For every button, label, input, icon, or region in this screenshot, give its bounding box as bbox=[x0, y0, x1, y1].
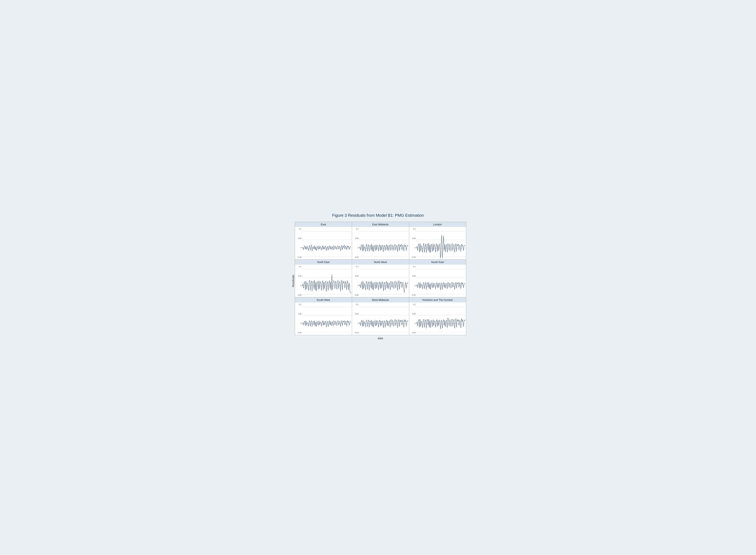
panel-6: South West0.10.050-0.05 bbox=[295, 297, 352, 335]
panel-title-0: East bbox=[295, 222, 352, 227]
panel-title-3: North East bbox=[295, 260, 352, 265]
panel-body-0: 0.10.050-0.05 bbox=[295, 227, 352, 259]
panel-7: West Midlands0.10.050-0.05 bbox=[352, 297, 409, 335]
panel-body-2: 0.10.050-0.05 bbox=[409, 227, 466, 259]
y-ticks-5: 0.10.050-0.05 bbox=[409, 266, 416, 296]
charts-and-xaxis: East0.10.050-0.05East Midlands0.10.050-0… bbox=[295, 222, 466, 340]
panel-title-4: North West bbox=[352, 260, 409, 265]
panel-body-4: 0.10.050-0.05 bbox=[352, 265, 409, 297]
figure-container: Figure 3 Residuals from Model B1: PMG Es… bbox=[282, 207, 474, 348]
y-ticks-8: 0.10.050-0.05 bbox=[409, 304, 416, 334]
y-ticks-2: 0.10.050-0.05 bbox=[409, 228, 416, 258]
y-ticks-6: 0.10.050-0.05 bbox=[295, 304, 302, 334]
chart-canvas-4 bbox=[359, 266, 408, 296]
chart-canvas-5 bbox=[416, 266, 465, 296]
panel-3: North East0.10.050-0.05 bbox=[295, 260, 352, 297]
panel-body-7: 0.10.050-0.05 bbox=[352, 302, 409, 335]
panel-body-1: 0.10.050-0.05 bbox=[352, 227, 409, 259]
x-axis-label: date bbox=[295, 337, 466, 340]
panel-4: North West0.10.050-0.05 bbox=[352, 260, 409, 297]
chart-canvas-3 bbox=[302, 266, 351, 296]
y-ticks-3: 0.10.050-0.05 bbox=[295, 266, 302, 296]
panel-1: East Midlands0.10.050-0.05 bbox=[352, 222, 409, 260]
panel-body-5: 0.10.050-0.05 bbox=[409, 265, 466, 297]
y-ticks-1: 0.10.050-0.05 bbox=[352, 228, 359, 258]
panel-title-8: Yorkshire and The Humber bbox=[409, 297, 466, 302]
panel-2: London0.10.050-0.05 bbox=[409, 222, 466, 260]
panel-5: South East0.10.050-0.05 bbox=[409, 260, 466, 297]
panel-body-8: 0.10.050-0.05 bbox=[409, 302, 466, 335]
panel-body-3: 0.10.050-0.05 bbox=[295, 265, 352, 297]
panel-title-2: London bbox=[409, 222, 466, 227]
y-ticks-0: 0.10.050-0.05 bbox=[295, 228, 302, 258]
panel-grid: East0.10.050-0.05East Midlands0.10.050-0… bbox=[295, 222, 466, 335]
chart-area: Residuals East0.10.050-0.05East Midlands… bbox=[290, 222, 466, 340]
y-axis-label: Residuals bbox=[290, 222, 295, 340]
panel-title-1: East Midlands bbox=[352, 222, 409, 227]
panel-body-6: 0.10.050-0.05 bbox=[295, 302, 352, 335]
panel-title-7: West Midlands bbox=[352, 297, 409, 302]
panel-8: Yorkshire and The Humber0.10.050-0.05 bbox=[409, 297, 466, 335]
chart-canvas-1 bbox=[359, 228, 408, 258]
chart-canvas-8 bbox=[416, 304, 465, 334]
chart-canvas-0 bbox=[302, 228, 351, 258]
panel-title-6: South West bbox=[295, 297, 352, 302]
figure-title: Figure 3 Residuals from Model B1: PMG Es… bbox=[290, 213, 466, 218]
y-ticks-4: 0.10.050-0.05 bbox=[352, 266, 359, 296]
chart-canvas-6 bbox=[302, 304, 351, 334]
y-ticks-7: 0.10.050-0.05 bbox=[352, 304, 359, 334]
chart-canvas-2 bbox=[416, 228, 465, 258]
panel-0: East0.10.050-0.05 bbox=[295, 222, 352, 260]
chart-canvas-7 bbox=[359, 304, 408, 334]
panel-title-5: South East bbox=[409, 260, 466, 265]
